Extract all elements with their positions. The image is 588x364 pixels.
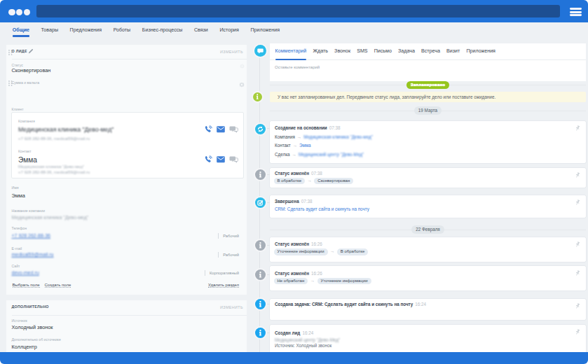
ttab-vizit[interactable]: Визит bbox=[443, 43, 463, 59]
arrow-icon: → bbox=[310, 278, 315, 283]
amount-label: Сумма и валюта bbox=[12, 80, 40, 85]
arrow-icon: → bbox=[297, 134, 301, 139]
task-link-row: CRM: Сделать аудит сайта и скинуть на по… bbox=[270, 206, 586, 211]
lead-section-tabs: Общие Товары Предложения Роботы Бизнес-п… bbox=[0, 22, 588, 38]
tab-istoriya[interactable]: История bbox=[214, 22, 245, 38]
tab-prilozheniya[interactable]: Приложения bbox=[245, 22, 285, 38]
timeline-tabs: Комментарий Ждать Звонок SMS Письмо Зада… bbox=[270, 43, 586, 60]
pin-icon[interactable] bbox=[574, 200, 581, 207]
source-value[interactable]: Холодный звонок bbox=[12, 324, 53, 330]
browser-window: Общие Товары Предложения Роботы Бизнес-п… bbox=[0, 0, 588, 364]
email-value[interactable]: medical59@mail.ru bbox=[12, 252, 54, 257]
ttab-sms[interactable]: SMS bbox=[354, 43, 371, 59]
source-info-label: Дополнительно об источнике bbox=[12, 337, 61, 342]
tab-roboty[interactable]: Роботы bbox=[107, 22, 136, 38]
website-type[interactable]: Корпоративный bbox=[205, 270, 239, 276]
phone-icon[interactable] bbox=[204, 155, 212, 164]
address-bar[interactable] bbox=[36, 5, 560, 18]
company-name-label: Название компании bbox=[12, 209, 46, 213]
mail-icon[interactable] bbox=[217, 156, 225, 163]
card-title-row: Создание на основании07:38 bbox=[270, 121, 586, 130]
tab-tovary[interactable]: Товары bbox=[35, 22, 64, 38]
lead-source: Источник: Холодный звонок bbox=[270, 343, 586, 348]
pin-icon[interactable] bbox=[574, 125, 581, 133]
menu-icon[interactable] bbox=[570, 8, 582, 16]
relation-link[interactable]: Медицинская клиника "Дево-мед" bbox=[303, 134, 373, 139]
card-time: 16:26 bbox=[311, 241, 322, 246]
window-dot-icon[interactable] bbox=[16, 9, 23, 16]
pin-icon[interactable] bbox=[574, 241, 581, 249]
rail-tick bbox=[265, 304, 270, 304]
phone-icon[interactable] bbox=[204, 125, 212, 134]
relation-link[interactable]: Эмма bbox=[299, 143, 311, 148]
card-title: Создание на основании bbox=[275, 125, 327, 130]
pin-icon[interactable] bbox=[574, 329, 581, 337]
phone-value[interactable]: +7 928 262-88-36 bbox=[12, 233, 50, 238]
pin-icon[interactable] bbox=[574, 172, 581, 180]
select-field-link[interactable]: Выбрать поле bbox=[13, 283, 40, 288]
window-dot-icon[interactable] bbox=[24, 9, 31, 16]
status-badge-to: В обработке bbox=[337, 248, 369, 255]
rail-tick bbox=[265, 332, 270, 333]
ttab-zvonok[interactable]: Звонок bbox=[331, 43, 354, 59]
client-label: Клиент bbox=[12, 107, 24, 111]
ttab-zadacha[interactable]: Задача bbox=[395, 43, 418, 59]
pin-icon[interactable] bbox=[574, 270, 581, 278]
gear-icon[interactable] bbox=[240, 64, 245, 69]
planned-notice: У вас нет запланированных дел. Передвинь… bbox=[270, 92, 586, 102]
chat-icon[interactable] bbox=[229, 156, 238, 164]
company-name-value[interactable]: Медицинская клиника "Дево-мед" bbox=[12, 215, 89, 220]
name-value[interactable]: Эмма bbox=[12, 192, 25, 199]
info-icon bbox=[255, 299, 266, 309]
chat-icon[interactable] bbox=[229, 126, 238, 134]
pin-icon[interactable] bbox=[574, 303, 581, 311]
ttab-pismo[interactable]: Письмо bbox=[371, 43, 395, 59]
create-field-link[interactable]: Создать поле bbox=[45, 283, 71, 288]
ttab-vstrecha[interactable]: Встреча bbox=[418, 43, 443, 59]
ttab-zhdat[interactable]: Ждать bbox=[310, 43, 331, 59]
pencil-icon[interactable] bbox=[28, 48, 34, 54]
status-value[interactable]: Сконвертирован bbox=[12, 67, 51, 74]
ttab-prilozheniya[interactable]: Приложения bbox=[463, 43, 499, 59]
gear-icon[interactable] bbox=[239, 82, 245, 88]
about-edit-button[interactable]: ИЗМЕНИТЬ bbox=[220, 50, 243, 54]
tab-predlozheniya[interactable]: Предложения bbox=[64, 22, 107, 38]
date-pill-feb: 22 Февраля bbox=[270, 225, 586, 234]
phone-type[interactable]: Рабочий bbox=[218, 233, 239, 239]
source-info-value[interactable]: Коллцентр bbox=[12, 344, 37, 350]
website-label: Сайт bbox=[12, 264, 20, 268]
additional-edit-button[interactable]: ИЗМЕНИТЬ bbox=[220, 305, 243, 309]
company-name[interactable]: Медицинская клиника "Дево-мед" bbox=[18, 126, 114, 133]
tab-obschie[interactable]: Общие bbox=[7, 22, 36, 38]
task-link[interactable]: CRM: Сделать аудит сайта и скинуть на по… bbox=[275, 206, 369, 211]
tab-biznes-processy[interactable]: Бизнес-процессы bbox=[137, 22, 189, 38]
comment-input[interactable]: Оставьте комментарий bbox=[270, 60, 586, 69]
mail-icon[interactable] bbox=[217, 126, 225, 133]
rail-tick bbox=[265, 245, 270, 246]
timeline-card-task-created: Создана задача: CRM: Сделать аудит сайта… bbox=[270, 299, 586, 320]
additional-section-title: ДОПОЛНИТЕЛЬНО bbox=[12, 304, 49, 309]
relation-link[interactable]: Медицинский центр "Дево-Мед" bbox=[299, 152, 364, 157]
divider bbox=[12, 59, 247, 59]
name-label: Имя bbox=[12, 186, 19, 190]
comment-bubble-icon bbox=[254, 45, 266, 57]
window-dot-icon[interactable] bbox=[8, 9, 15, 16]
card-title-row: Статус изменён16:26 bbox=[270, 237, 586, 247]
card-title: Создана задача: CRM: Сделать аудит сайта… bbox=[275, 302, 413, 307]
contact-actions bbox=[204, 155, 238, 164]
status-change-row: Уточнение информации→В обработке bbox=[270, 248, 586, 255]
ttab-kommentariy[interactable]: Комментарий bbox=[272, 43, 310, 59]
arrow-icon: → bbox=[292, 152, 296, 157]
lead-about-panel: О ЛИДЕ ИЗМЕНИТЬ Статус Сконвертирован Су… bbox=[6, 45, 247, 295]
company-actions bbox=[204, 125, 238, 134]
arrow-icon: → bbox=[330, 248, 334, 253]
email-type[interactable]: Рабочий bbox=[218, 252, 239, 258]
card-time: 07:38 bbox=[311, 171, 322, 176]
status-badge-from: Уточнение информации bbox=[274, 248, 328, 255]
lead-additional-panel: ДОПОЛНИТЕЛЬНО ИЗМЕНИТЬ Источник Холодный… bbox=[6, 300, 247, 353]
website-value[interactable]: devo-med.ru bbox=[12, 270, 39, 275]
contact-name[interactable]: Эмма bbox=[18, 156, 37, 164]
delete-section-link[interactable]: Удалить раздел bbox=[208, 283, 239, 288]
tab-svyazi[interactable]: Связи bbox=[189, 22, 214, 38]
planned-pill: Запланировано bbox=[270, 81, 586, 89]
